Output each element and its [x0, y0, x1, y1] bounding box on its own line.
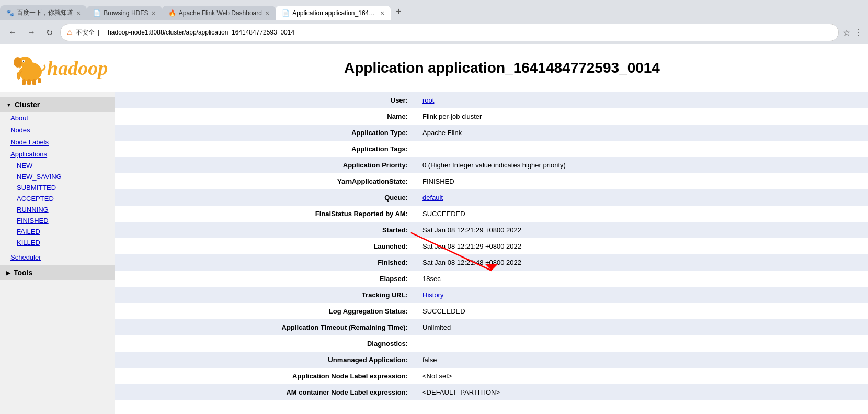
- tab-title-flink: Apache Flink Web Dashboard: [179, 9, 262, 17]
- security-warning-text: 不安全: [76, 28, 95, 37]
- tab-hdfs[interactable]: 📄 Browsing HDFS ×: [87, 6, 162, 20]
- forward-button[interactable]: →: [24, 27, 39, 38]
- field-label: FinalStatus Reported by AM:: [115, 206, 416, 222]
- table-row: Unmanaged Application:false: [115, 352, 868, 368]
- security-warning-icon: ⚠: [67, 29, 73, 36]
- field-label: Queue:: [115, 189, 416, 206]
- address-bar: ← → ↻ ⚠ 不安全 | ☆ ⋮: [0, 20, 868, 44]
- table-row: Launched:Sat Jan 08 12:21:29 +0800 2022: [115, 238, 868, 254]
- cluster-section: ▼ Cluster About Nodes Node Labels Applic…: [0, 97, 115, 263]
- field-value[interactable]: root: [416, 92, 868, 108]
- tab-icon-app: 📄: [282, 9, 289, 17]
- field-label: Application Type:: [115, 125, 416, 141]
- table-row: Queue:default: [115, 189, 868, 206]
- field-label: AM container Node Label expression:: [115, 384, 416, 400]
- field-value: SUCCEEDED: [416, 206, 868, 222]
- tab-title-app: Application application_16414847...: [292, 9, 377, 17]
- svg-point-4: [23, 61, 24, 62]
- table-row: Elapsed:18sec: [115, 271, 868, 287]
- back-button[interactable]: ←: [5, 27, 20, 38]
- tools-arrow-icon: ▶: [6, 270, 10, 276]
- tab-bar: 🐾 百度一下，你就知道 × 📄 Browsing HDFS × 🔥 Apache…: [0, 0, 868, 20]
- tab-close-hdfs[interactable]: ×: [152, 9, 156, 17]
- cluster-arrow-icon: ▼: [6, 102, 12, 108]
- field-label: Application Priority:: [115, 157, 416, 173]
- extensions-button[interactable]: ⋮: [854, 28, 863, 38]
- app-detail-table: User:rootName:Flink per-job clusterAppli…: [115, 92, 868, 400]
- table-row: User:root: [115, 92, 868, 108]
- field-value: Apache Flink: [416, 125, 868, 141]
- browser-chrome: 🐾 百度一下，你就知道 × 📄 Browsing HDFS × 🔥 Apache…: [0, 0, 868, 44]
- table-row: YarnApplicationState:FINISHED: [115, 173, 868, 189]
- field-label: Tracking URL:: [115, 287, 416, 303]
- tools-section: ▶ Tools: [0, 265, 115, 280]
- table-row: Started:Sat Jan 08 12:21:29 +0800 2022: [115, 222, 868, 238]
- field-label: Finished:: [115, 254, 416, 271]
- sidebar-item-new[interactable]: NEW: [0, 160, 115, 171]
- sidebar-item-running[interactable]: RUNNING: [0, 204, 115, 215]
- tab-baidu[interactable]: 🐾 百度一下，你就知道 ×: [0, 5, 87, 20]
- tab-flink[interactable]: 🔥 Apache Flink Web Dashboard ×: [162, 6, 276, 20]
- bookmark-button[interactable]: ☆: [843, 28, 850, 38]
- field-label: Application Node Label expression:: [115, 368, 416, 384]
- tab-close-baidu[interactable]: ×: [76, 9, 81, 17]
- field-label: Started:: [115, 222, 416, 238]
- sidebar: ▼ Cluster About Nodes Node Labels Applic…: [0, 92, 115, 414]
- field-label: Launched:: [115, 238, 416, 254]
- page-header: hadoop Application application_164148477…: [0, 44, 868, 92]
- sidebar-item-finished[interactable]: FINISHED: [0, 215, 115, 226]
- sidebar-item-about[interactable]: About: [0, 112, 115, 124]
- cluster-label: Cluster: [15, 100, 40, 109]
- cluster-section-header[interactable]: ▼ Cluster: [0, 97, 115, 112]
- new-tab-button[interactable]: +: [391, 3, 407, 20]
- address-input[interactable]: [102, 26, 832, 39]
- tab-close-app[interactable]: ×: [380, 9, 384, 17]
- field-value: Flink per-job cluster: [416, 108, 868, 125]
- field-value: Sat Jan 08 12:21:29 +0800 2022: [416, 238, 868, 254]
- field-value[interactable]: default: [416, 189, 868, 206]
- field-value-link[interactable]: default: [422, 194, 443, 202]
- table-row: Finished:Sat Jan 08 12:21:48 +0800 2022: [115, 254, 868, 271]
- svg-rect-5: [22, 79, 26, 85]
- hadoop-elephant-icon: [10, 50, 47, 86]
- field-value-link[interactable]: History: [422, 291, 443, 299]
- sidebar-item-nodes[interactable]: Nodes: [0, 124, 115, 136]
- separator: |: [98, 29, 99, 36]
- sidebar-item-submitted[interactable]: SUBMITTED: [0, 182, 115, 193]
- table-row: Name:Flink per-job cluster: [115, 108, 868, 125]
- tools-section-header[interactable]: ▶ Tools: [0, 265, 115, 280]
- field-value-link[interactable]: root: [422, 96, 434, 104]
- field-value: Unlimited: [416, 319, 868, 335]
- page-content: hadoop Application application_164148477…: [0, 44, 868, 414]
- tab-title-hdfs: Browsing HDFS: [104, 9, 148, 17]
- sidebar-item-node-labels[interactable]: Node Labels: [0, 136, 115, 148]
- table-row: FinalStatus Reported by AM:SUCCEEDED: [115, 206, 868, 222]
- table-row: Application Type:Apache Flink: [115, 125, 868, 141]
- field-value[interactable]: History: [416, 287, 868, 303]
- reload-button[interactable]: ↻: [43, 27, 56, 39]
- table-row: Application Timeout (Remaining Time):Unl…: [115, 319, 868, 335]
- sidebar-item-killed[interactable]: KILLED: [0, 237, 115, 248]
- field-label: Name:: [115, 108, 416, 125]
- table-row: Application Priority:0 (Higher Integer v…: [115, 157, 868, 173]
- page-title: Application application_1641484772593_00…: [146, 60, 858, 76]
- hadoop-text-logo: hadoop: [47, 57, 108, 80]
- tab-close-flink[interactable]: ×: [265, 9, 269, 17]
- field-label: Log Aggregation Status:: [115, 303, 416, 319]
- tab-title-baidu: 百度一下，你就知道: [17, 8, 73, 17]
- field-label: Elapsed:: [115, 271, 416, 287]
- app-detail-content: User:rootName:Flink per-job clusterAppli…: [115, 92, 868, 414]
- tab-icon-flink: 🔥: [168, 9, 176, 17]
- sidebar-item-accepted[interactable]: ACCEPTED: [0, 193, 115, 204]
- field-value: FINISHED: [416, 173, 868, 189]
- field-label: YarnApplicationState:: [115, 173, 416, 189]
- field-value: false: [416, 352, 868, 368]
- field-value: Sat Jan 08 12:21:29 +0800 2022: [416, 222, 868, 238]
- sidebar-item-new-saving[interactable]: NEW_SAVING: [0, 171, 115, 182]
- sidebar-item-scheduler[interactable]: Scheduler: [0, 251, 115, 263]
- table-row: Log Aggregation Status:SUCCEEDED: [115, 303, 868, 319]
- sidebar-item-applications[interactable]: Applications: [0, 148, 115, 160]
- sidebar-item-failed[interactable]: FAILED: [0, 226, 115, 237]
- tab-app[interactable]: 📄 Application application_16414847... ×: [276, 6, 391, 20]
- field-label: Application Timeout (Remaining Time):: [115, 319, 416, 335]
